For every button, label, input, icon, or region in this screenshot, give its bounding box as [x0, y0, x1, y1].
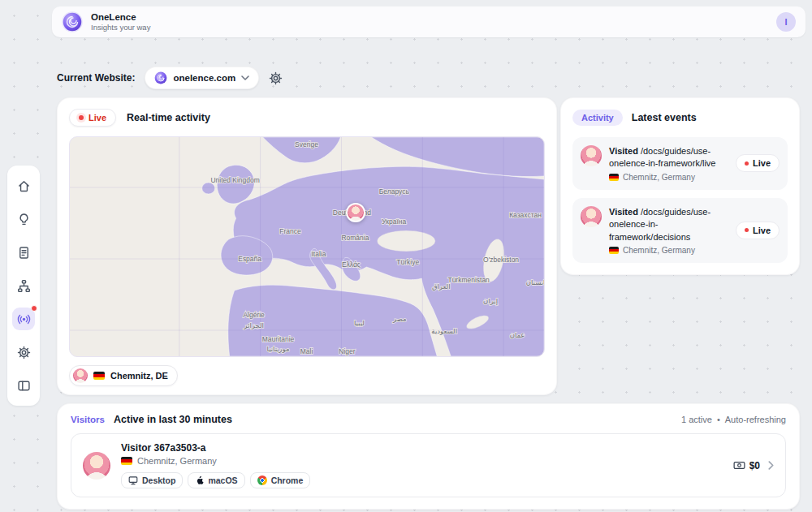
- document-icon: [17, 246, 31, 260]
- map-label: Беларусь: [379, 187, 410, 196]
- event-text: Visited /docs/guides/use-onelence-in-fra…: [609, 206, 728, 243]
- live-activity-icon: [17, 312, 31, 326]
- live-status-badge: Live: [69, 109, 116, 127]
- map-label: مصر: [392, 315, 407, 323]
- sitemap-icon: [17, 279, 31, 293]
- map-label: أفغانستان: [526, 278, 544, 286]
- revenue-value: $0: [749, 460, 760, 471]
- live-dot-icon: [79, 115, 84, 120]
- map-label: عمان: [510, 331, 525, 339]
- world-map[interactable]: Sverige United Kingdom Беларусь Deutschl…: [69, 136, 545, 357]
- lightbulb-icon: [17, 213, 31, 226]
- latest-events-card: Activity Latest events Visited /docs/gui…: [560, 97, 800, 275]
- event-location: Chemnitz, Germany: [609, 173, 728, 182]
- desktop-icon: [128, 475, 138, 485]
- map-label: Mali: [300, 347, 313, 355]
- map-canvas: Sverige United Kingdom Беларусь Deutschl…: [70, 137, 544, 356]
- germany-flag-icon: [121, 457, 132, 465]
- visitor-right: $0: [733, 459, 774, 471]
- map-black-sea: [377, 230, 435, 252]
- sidebar-item-home[interactable]: [12, 174, 35, 197]
- os-label: macOS: [208, 475, 237, 485]
- browser-label: Chrome: [271, 475, 304, 485]
- app-name: OneLence: [91, 12, 150, 22]
- website-domain: onelence.com: [173, 73, 235, 83]
- sidebar-item-realtime[interactable]: [12, 308, 35, 330]
- visitor-name: Visitor 367a3503-a: [121, 442, 723, 454]
- visitors-card: Visitors Active in last 30 minutes 1 act…: [57, 403, 800, 510]
- map-label: السعودية: [431, 327, 457, 335]
- realtime-activity-card: Live Real-time activity: [57, 97, 557, 395]
- sidebar-item-panel[interactable]: [12, 374, 35, 397]
- device-chip: Desktop: [121, 472, 183, 488]
- auto-refresh-status: Auto-refreshing: [725, 415, 786, 424]
- chevron-right-icon[interactable]: [768, 461, 774, 470]
- map-land-ireland: [202, 183, 215, 194]
- app-tagline: Insights your way: [91, 23, 150, 32]
- map-label: Türkmenistan: [447, 276, 490, 284]
- map-label: Казахстан: [509, 211, 542, 219]
- live-dot-icon: [745, 161, 749, 166]
- map-label: România: [341, 234, 369, 242]
- sidebar-nav: [7, 166, 40, 406]
- map-label: Türkiye: [396, 258, 419, 266]
- event-body: Visited /docs/guides/use-onelence-in-fra…: [609, 206, 728, 255]
- activity-badge: Activity: [572, 110, 623, 126]
- germany-flag-icon: [609, 174, 619, 181]
- event-item: Visited /docs/guides/use-onelence-in-fra…: [572, 198, 788, 263]
- event-action: Visited: [609, 207, 638, 217]
- event-action: Visited: [609, 146, 638, 156]
- home-icon: [17, 179, 31, 193]
- event-live-label: Live: [753, 158, 771, 168]
- map-label: Italia: [312, 250, 326, 258]
- visitors-title: Active in last 30 minutes: [114, 414, 232, 425]
- location-label: Chemnitz, DE: [110, 371, 168, 381]
- sidebar-item-reports[interactable]: [12, 241, 35, 264]
- map-label: Niger: [339, 347, 355, 355]
- map-label: Algérie: [243, 311, 265, 319]
- map-label: Україна: [382, 217, 406, 226]
- website-dropdown[interactable]: onelence.com: [145, 67, 259, 89]
- browser-chip: Chrome: [250, 472, 311, 488]
- onelence-logo-icon: [62, 11, 83, 32]
- map-label: العراق: [432, 282, 451, 290]
- event-live-badge: Live: [736, 154, 780, 172]
- event-list: Visited /docs/guides/use-onelence-in-fra…: [572, 137, 788, 263]
- meta-separator: •: [717, 415, 720, 424]
- chevron-down-icon: [241, 75, 249, 80]
- map-label: إيران: [483, 297, 498, 306]
- visitor-row[interactable]: Visitor 367a3503-a Chemnitz, Germany Des…: [71, 433, 786, 497]
- website-settings-button[interactable]: [269, 71, 283, 85]
- visitor-info: Visitor 367a3503-a Chemnitz, Germany Des…: [121, 442, 723, 488]
- map-label: موريتانيا: [267, 345, 290, 353]
- live-dot-icon: [745, 228, 749, 232]
- visitors-header: Visitors Active in last 30 minutes 1 act…: [71, 414, 786, 425]
- banknote-icon: [733, 459, 745, 471]
- visitor-location: Chemnitz, Germany: [121, 456, 723, 466]
- website-selector-row: Current Website: onelence.com: [57, 67, 283, 89]
- map-label: ليبيا: [354, 319, 365, 327]
- sidebar-item-funnels[interactable]: [12, 274, 35, 297]
- event-item: Visited /docs/guides/use-onelence-in-fra…: [572, 137, 788, 190]
- visitor-avatar: [83, 452, 110, 480]
- live-badge-label: Live: [89, 113, 106, 123]
- event-location-label: Chemnitz, Germany: [623, 246, 695, 255]
- visitor-badges: Desktop macOS Chrome: [121, 472, 723, 488]
- event-text: Visited /docs/guides/use-onelence-in-fra…: [609, 145, 728, 170]
- event-live-label: Live: [753, 226, 771, 235]
- events-title: Latest events: [632, 112, 697, 123]
- os-chip: macOS: [188, 472, 244, 488]
- sidebar-item-settings[interactable]: [12, 341, 35, 364]
- active-location-pill: Chemnitz, DE: [69, 365, 178, 386]
- app-header: OneLence Insights your way I: [52, 6, 806, 37]
- user-avatar[interactable]: I: [776, 12, 796, 32]
- sidebar-item-insights[interactable]: [12, 208, 35, 230]
- active-count: 1 active: [681, 415, 712, 424]
- map-land-uk: [217, 165, 254, 204]
- device-label: Desktop: [142, 475, 175, 485]
- event-live-badge: Live: [736, 222, 780, 239]
- map-label: O'zbekiston: [483, 256, 519, 264]
- map-label: España: [238, 255, 261, 263]
- visitor-map-marker[interactable]: [346, 203, 365, 222]
- visitor-location-label: Chemnitz, Germany: [137, 456, 217, 466]
